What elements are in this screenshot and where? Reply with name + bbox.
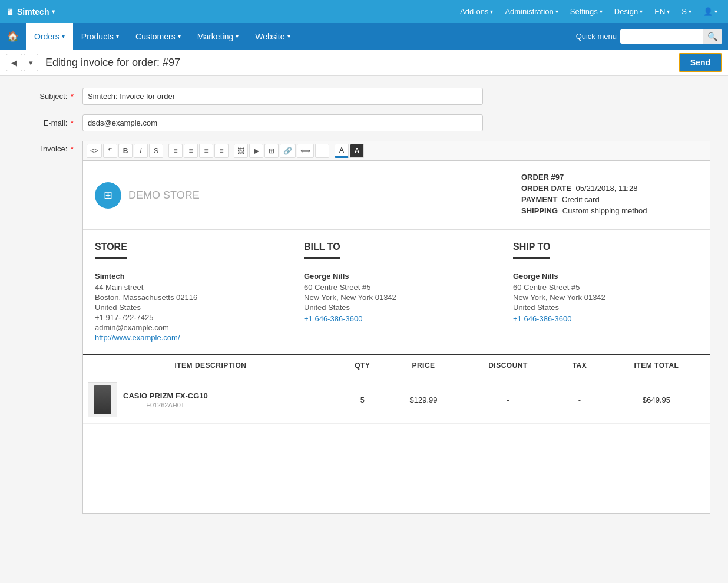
toolbar-italic[interactable]: I: [134, 144, 148, 158]
ship-to-name: George Nills: [513, 272, 698, 281]
toolbar-table[interactable]: ⊞: [264, 144, 279, 158]
website-menu[interactable]: Website ▾: [247, 23, 298, 50]
store-arrow: ▾: [689, 8, 691, 15]
back-button[interactable]: ◀: [6, 54, 22, 71]
store-address1: 44 Main street: [95, 283, 280, 292]
th-price: PRICE: [387, 355, 460, 376]
language-arrow: ▾: [667, 8, 670, 15]
dropdown-button[interactable]: ▾: [24, 54, 38, 71]
store-address2: Boston, Massachusetts 02116: [95, 293, 280, 302]
store-website[interactable]: http://www.example.com/: [95, 333, 280, 342]
invoice-items-table: ITEM DESCRIPTION QTY PRICE DISCOUNT TAX …: [83, 354, 710, 424]
settings-arrow: ▾: [600, 8, 603, 15]
logo[interactable]: 🖥 Simtech ▾: [6, 7, 55, 17]
addons-menu[interactable]: Add-ons ▾: [455, 5, 498, 18]
page-header: ◀ ▾ Editing invoice for order: #97 Send: [0, 50, 728, 76]
invoice-logo-circle: ⊞: [95, 182, 121, 209]
ship-to-title: SHIP TO: [513, 242, 550, 259]
marketing-menu[interactable]: Marketing ▾: [189, 23, 247, 50]
item-price: $129.99: [387, 376, 460, 424]
toolbar-unordered-list[interactable]: ≡: [168, 144, 183, 158]
customers-label: Customers: [135, 32, 176, 41]
invoice-addresses: STORE Simtech 44 Main street Boston, Mas…: [83, 230, 710, 354]
logo-text: Simtech: [17, 7, 49, 17]
invoice-label: Invoice: *: [18, 141, 77, 153]
logo-icon: 🖥: [6, 7, 14, 17]
shipping-row: SHIPPING Custom shipping method: [521, 206, 698, 215]
store-label: S: [681, 7, 687, 16]
toolbar-bold[interactable]: B: [118, 144, 133, 158]
order-date-value: 05/21/2018, 11:28: [576, 184, 638, 193]
marketing-label: Marketing: [197, 32, 233, 41]
th-discount: DISCOUNT: [460, 355, 556, 376]
toolbar-font-color[interactable]: A: [335, 144, 349, 158]
email-required: *: [71, 118, 74, 127]
quick-menu-area: Quick menu 🔍: [570, 23, 728, 50]
bill-to-title: BILL TO: [304, 242, 340, 259]
quick-menu-label[interactable]: Quick menu: [576, 32, 617, 41]
home-button[interactable]: 🏠: [0, 23, 26, 50]
invoice-required: *: [71, 144, 74, 153]
email-input[interactable]: [82, 114, 483, 131]
bill-to-name: George Nills: [304, 272, 489, 281]
addons-arrow: ▾: [490, 8, 493, 15]
customers-menu[interactable]: Customers ▾: [127, 23, 189, 50]
invoice-preview-area[interactable]: ⊞ DEMO STORE ORDER #97 ORDER DATE 0: [82, 160, 710, 514]
search-button[interactable]: 🔍: [703, 29, 722, 44]
th-tax: TAX: [556, 355, 603, 376]
store-address-col: STORE Simtech 44 Main street Boston, Mas…: [83, 230, 292, 354]
ship-to-country: United States: [513, 303, 698, 312]
th-item-total: ITEM TOTAL: [603, 355, 710, 376]
products-menu[interactable]: Products ▾: [73, 23, 127, 50]
store-name-bold: DEMO: [128, 189, 160, 201]
toolbar-link[interactable]: 🔗: [280, 144, 296, 158]
toolbar-hr[interactable]: —: [315, 144, 329, 158]
top-nav-items: Add-ons ▾ Administration ▾ Settings ▾ De…: [455, 5, 722, 18]
invoice-logo-area: ⊞ DEMO STORE: [95, 173, 521, 218]
toolbar-strikethrough[interactable]: S: [149, 144, 163, 158]
orders-menu[interactable]: Orders ▾: [26, 23, 73, 50]
language-menu[interactable]: EN ▾: [650, 5, 674, 18]
order-number-row: ORDER #97: [521, 173, 698, 182]
toolbar-paragraph[interactable]: ¶: [103, 144, 117, 158]
invoice-editor-row: Invoice: * <> ¶ B I S ≡ ≡ ≡ ≡ 🖼 ▶ ⊞ 🔗: [18, 141, 710, 514]
toolbar-image[interactable]: 🖼: [234, 144, 248, 158]
search-input[interactable]: [620, 29, 703, 43]
order-date-row: ORDER DATE 05/21/2018, 11:28: [521, 184, 698, 193]
search-box: 🔍: [620, 29, 722, 44]
toolbar-align[interactable]: ⟺: [297, 144, 314, 158]
send-button[interactable]: Send: [679, 53, 722, 72]
toolbar-outdent[interactable]: ≡: [199, 144, 213, 158]
ship-to-address1: 60 Centre Street #5: [513, 283, 698, 292]
orders-arrow: ▾: [62, 33, 65, 39]
administration-menu[interactable]: Administration ▾: [500, 5, 562, 18]
toolbar-ordered-list[interactable]: ≡: [184, 144, 198, 158]
settings-menu[interactable]: Settings ▾: [565, 5, 607, 18]
item-discount: -: [460, 376, 556, 424]
shipping-value: Custom shipping method: [562, 206, 647, 215]
toolbar-indent[interactable]: ≡: [214, 144, 229, 158]
store-title: STORE: [95, 242, 127, 259]
subject-input[interactable]: [82, 88, 483, 105]
page-nav-buttons: ◀ ▾: [6, 54, 38, 71]
store-email: admin@example.com: [95, 323, 280, 332]
store-name-suffix: STORE: [160, 189, 200, 201]
toolbar-video[interactable]: ▶: [249, 144, 263, 158]
shipping-label: SHIPPING: [521, 206, 558, 215]
design-menu[interactable]: Design ▾: [610, 5, 647, 18]
user-arrow: ▾: [714, 8, 717, 15]
bill-to-address1: 60 Centre Street #5: [304, 283, 489, 292]
customers-arrow: ▾: [178, 33, 181, 39]
user-menu[interactable]: 👤 ▾: [699, 5, 722, 18]
design-arrow: ▾: [640, 8, 643, 15]
toolbar-source[interactable]: <>: [87, 144, 102, 158]
store-menu[interactable]: S ▾: [677, 5, 696, 18]
toolbar-bg-color[interactable]: A: [350, 144, 364, 158]
logo-dropdown-arrow: ▾: [52, 8, 55, 15]
item-sku: F01262AH0T: [123, 401, 208, 409]
invoice-preview: ⊞ DEMO STORE ORDER #97 ORDER DATE 0: [83, 161, 710, 424]
store-country: United States: [95, 303, 280, 312]
order-number: ORDER #97: [521, 173, 564, 182]
bill-to-col: BILL TO George Nills 60 Centre Street #5…: [292, 230, 501, 354]
subject-field-group: Subject: *: [18, 88, 710, 105]
